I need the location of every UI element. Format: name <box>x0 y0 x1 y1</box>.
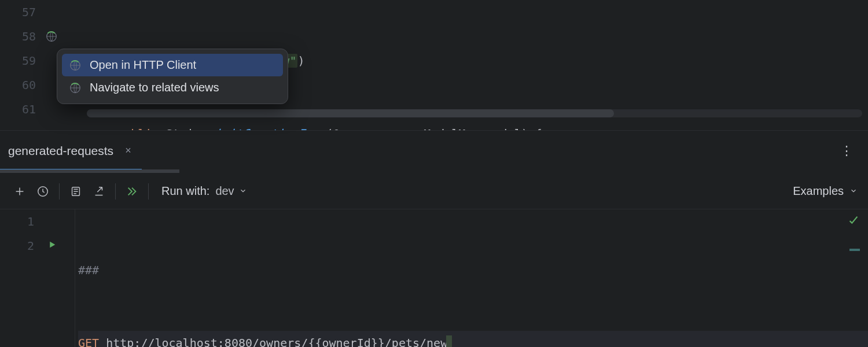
add-request-button[interactable] <box>8 180 31 203</box>
kebab-glyph: ⋮ <box>840 143 853 158</box>
text-caret <box>446 335 452 347</box>
gutter-line: 57 <box>0 0 75 24</box>
run-all-button[interactable] <box>120 180 144 203</box>
tab-options-kebab-icon[interactable]: ⋮ <box>840 131 868 171</box>
environment-value: dev <box>215 184 234 198</box>
http-method: GET <box>78 336 99 347</box>
chevron-down-icon <box>239 184 247 198</box>
popup-item-open-http-client[interactable]: Open in HTTP Client <box>62 54 283 76</box>
line-number: 61 <box>22 102 36 116</box>
http-client-toolbar: Run with: dev Examples <box>0 174 868 209</box>
line-number: 2 <box>27 239 34 253</box>
run-with-label: Run with: <box>161 184 209 198</box>
code-line[interactable]: GET http://localhost:8080/owners/{{owner… <box>78 331 868 347</box>
horizontal-scrollbar[interactable] <box>87 109 862 117</box>
chevron-down-icon <box>849 184 858 198</box>
editor-tab-bar: generated-requests × ⋮ <box>0 130 868 171</box>
import-button[interactable] <box>87 180 111 203</box>
scrollbar-thumb[interactable] <box>87 109 614 117</box>
popup-item-label: Navigate to related views <box>90 81 219 94</box>
line-number: 1 <box>27 215 34 228</box>
gutter-line: 2 <box>0 234 75 258</box>
examples-label: Examples <box>793 184 844 198</box>
line-number: 57 <box>22 5 36 19</box>
line-number: 59 <box>22 54 36 68</box>
globe-icon <box>69 59 82 72</box>
tab-close-icon[interactable]: × <box>125 145 131 157</box>
endpoint-gutter-icon[interactable] <box>45 30 58 43</box>
gutter-action-popup: Open in HTTP Client Navigate to related … <box>57 49 288 104</box>
popup-item-navigate-views[interactable]: Navigate to related views <box>62 76 283 99</box>
toolbar-separator <box>148 183 149 200</box>
inspections-ok-icon[interactable] <box>847 214 860 230</box>
tab-progress-strip <box>0 169 179 173</box>
http-request-editor[interactable]: 1 2 ### GET http://localhost:8080/owners… <box>0 209 868 347</box>
http-editor-gutter: 1 2 <box>0 209 75 347</box>
run-request-gutter-icon[interactable] <box>47 239 57 253</box>
request-separator: ### <box>78 263 99 277</box>
code-line[interactable]: ### <box>78 258 868 282</box>
paren-close: ) <box>297 54 304 68</box>
gutter-line: 58 <box>0 24 75 49</box>
popup-item-label: Open in HTTP Client <box>90 58 196 72</box>
error-stripe-mark[interactable] <box>849 249 860 251</box>
http-editor-code[interactable]: ### GET http://localhost:8080/owners/{{o… <box>78 209 868 347</box>
gutter-line: 1 <box>0 209 75 234</box>
examples-dropdown[interactable]: Examples <box>793 184 858 198</box>
structure-button[interactable] <box>64 180 87 203</box>
line-number: 60 <box>22 78 36 92</box>
request-url[interactable]: http://localhost:8080/owners/{{ownerId}}… <box>106 336 447 347</box>
tab-title: generated-requests <box>8 144 113 158</box>
line-number: 58 <box>22 29 36 43</box>
space <box>99 336 106 347</box>
toolbar-separator <box>59 183 60 200</box>
tab-generated-requests[interactable]: generated-requests × <box>0 131 142 171</box>
history-button[interactable] <box>31 180 54 203</box>
globe-icon <box>69 82 82 94</box>
toolbar-separator <box>115 183 116 200</box>
environment-dropdown[interactable]: dev <box>215 184 247 198</box>
